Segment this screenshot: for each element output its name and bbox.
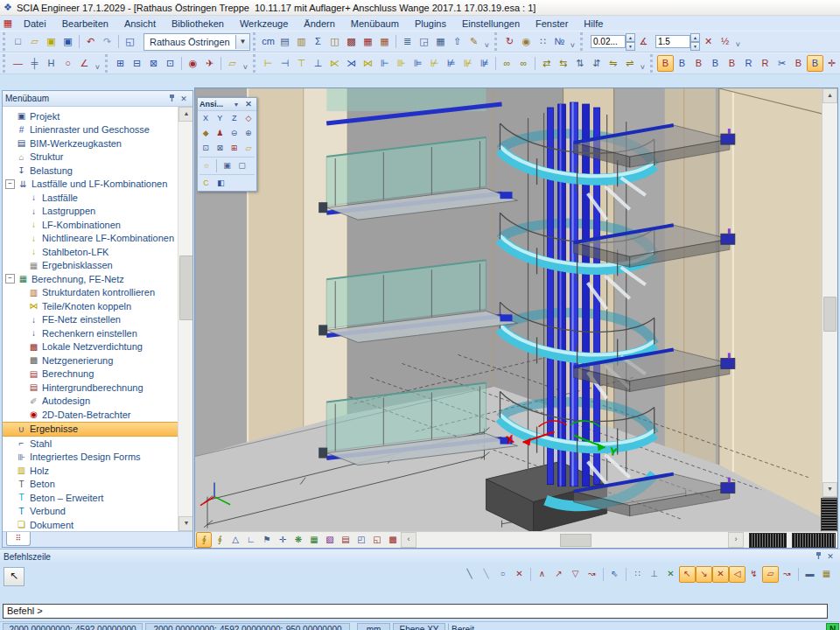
print-preview-icon[interactable]: ◲ — [416, 33, 432, 50]
snap-curve-icon[interactable]: ↝ — [779, 566, 795, 583]
grid-lines-icon[interactable]: ╪ — [26, 55, 43, 72]
view-red-icon[interactable]: ◉ — [185, 55, 201, 72]
3d-scene[interactable]: X Y — [195, 88, 822, 533]
move-node-icon[interactable]: ⊢ — [260, 55, 276, 72]
chevron-down-icon[interactable]: ▼ — [235, 35, 249, 49]
view-manager-icon[interactable]: ▱ — [242, 141, 256, 156]
minimized-window-vertical[interactable] — [821, 498, 837, 534]
new-document-icon[interactable]: □ — [10, 33, 26, 50]
menu-ändern[interactable]: Ändern — [296, 18, 342, 30]
scroll-down-icon[interactable]: ▼ — [178, 516, 192, 531]
scale-factor-field[interactable]: ▲▼ — [655, 34, 700, 49]
view-z-icon[interactable]: Z — [228, 111, 242, 126]
chevron-down-icon[interactable]: ▼ — [230, 102, 242, 108]
tree-item-holz[interactable]: ▥Holz — [3, 464, 178, 478]
tree-item-teile-knoten-koppeln[interactable]: ⋈Teile/Knoten koppeln — [3, 299, 178, 313]
profile-icon[interactable]: H — [43, 55, 60, 72]
materials-icon[interactable]: ◫ — [326, 33, 343, 50]
tree-item-projekt[interactable]: ▣Projekt — [3, 109, 178, 123]
undo-calc-icon[interactable]: R — [757, 55, 774, 72]
section-icon[interactable]: Σ — [310, 33, 326, 50]
project-selector[interactable]: Rathaus Östringen ▼ — [144, 33, 250, 51]
results-sections-icon[interactable]: B — [690, 55, 707, 72]
menu-bibliotheken[interactable]: Bibliotheken — [164, 18, 232, 30]
fly-mode-icon[interactable]: ✈ — [201, 55, 218, 72]
minimized-window-2[interactable] — [792, 533, 836, 548]
mesh-round-icon[interactable]: ▩ — [343, 33, 360, 50]
view-y-icon[interactable]: Y — [213, 111, 227, 126]
command-input[interactable]: Befehl > — [3, 604, 828, 619]
attach-icon[interactable]: ⇄ — [538, 55, 555, 72]
menu-ansicht[interactable]: Ansicht — [116, 18, 164, 30]
camera-icon[interactable]: ▢ — [234, 158, 249, 173]
tree-item-berechnung[interactable]: ▤Berechnung — [3, 368, 178, 382]
light-icon[interactable]: ☼ — [199, 158, 214, 173]
toolbar-overflow-icon[interactable]: ˅ — [93, 63, 102, 73]
tree-item-beton-erweitert[interactable]: TBeton – Erweitert — [3, 491, 178, 505]
copy-attr-icon[interactable]: ⇅ — [571, 55, 588, 72]
view-x-icon[interactable]: X — [199, 111, 213, 126]
binoculars-zoom-icon[interactable]: ∞ — [515, 55, 532, 72]
mesh-view-icon[interactable]: ▦ — [306, 532, 322, 548]
calculator-icon[interactable]: ▦ — [432, 33, 449, 50]
tree-item-stahlbeton-lfk[interactable]: ↓Stahlbeton-LFK — [3, 245, 178, 259]
spin-down-icon[interactable]: ▼ — [690, 42, 700, 51]
tree-item-hintergrundberechnung[interactable]: ▤Hintergrundberechnung — [3, 381, 178, 395]
tree-item-beton[interactable]: TBeton — [3, 478, 178, 492]
tree-item-bim-werkzeugkasten[interactable]: ▤BIM-Werkzeugkasten — [3, 136, 178, 150]
import-folder-icon[interactable]: ▱ — [224, 55, 241, 72]
snap-midpoint-icon[interactable]: ↘ — [696, 566, 712, 583]
snap-endpoint-icon[interactable]: ↖ — [679, 566, 696, 583]
join-icon[interactable]: ⊩ — [376, 55, 393, 72]
spin-down-icon[interactable]: ▼ — [626, 42, 635, 51]
scroll-up-icon[interactable]: ▲ — [822, 88, 837, 103]
align-icon[interactable]: ⊮ — [459, 55, 476, 72]
mirror-icon[interactable]: ⊪ — [393, 55, 410, 72]
menu-menübaum[interactable]: Menübaum — [343, 18, 407, 30]
viewport-hscrollbar[interactable]: ‹ › — [401, 532, 744, 548]
tree-scrollbar[interactable]: ▲ ▼ — [178, 107, 192, 531]
results-on-surfaces-icon[interactable]: B — [674, 55, 690, 72]
copy-props-icon[interactable]: ⊟ — [129, 55, 145, 72]
snap-orthogonal-icon[interactable]: ◁ — [729, 566, 746, 583]
zoom-pick-icon[interactable]: ◉ — [518, 33, 535, 50]
scroll-left-icon[interactable]: ‹ — [401, 532, 416, 548]
minimized-window-1[interactable] — [749, 533, 787, 548]
project-window-icon[interactable]: ◱ — [122, 33, 138, 50]
tree-item-integriertes-design-forms[interactable]: ⊪Integriertes Design Forms — [3, 451, 178, 465]
tree-item-dokument[interactable]: ❏Dokument — [3, 518, 178, 531]
menu-datei[interactable]: Datei — [16, 18, 54, 30]
snap-cross-icon[interactable]: ✕ — [662, 566, 679, 583]
units-field[interactable]: mm — [357, 623, 390, 630]
tree-scroll-thumb[interactable] — [179, 256, 192, 320]
input-table-icon[interactable]: ▦ — [376, 33, 393, 50]
tree-item-lastgruppen[interactable]: ↓Lastgruppen — [3, 205, 178, 219]
snap-arc-icon[interactable]: ↯ — [746, 566, 762, 583]
angle-snap-icon[interactable]: ∡ — [635, 33, 652, 50]
link-icon[interactable]: ⇌ — [621, 55, 638, 72]
layers-icon[interactable]: ▤ — [276, 33, 293, 50]
draw-line-icon[interactable]: — — [10, 55, 26, 72]
toolbar-overflow-icon[interactable]: ˅ — [733, 40, 743, 50]
angle-draw-icon[interactable]: ∠ — [76, 55, 93, 72]
hscroll-track[interactable] — [416, 533, 728, 547]
tree-item-netzgenerierung[interactable]: ▩Netzgenerierung — [3, 354, 178, 368]
document-system-icon[interactable]: ▦ — [0, 18, 16, 29]
cursor-snap-icon[interactable]: ⇖ — [606, 566, 623, 583]
view-persp-icon[interactable]: ◆ — [199, 126, 213, 141]
results-combo-icon[interactable]: B — [790, 55, 807, 72]
tree-item-strukturdaten-kontrollieren[interactable]: ▥Strukturdaten kontrollieren — [3, 286, 178, 300]
view-axo-icon[interactable]: ◇ — [242, 111, 256, 126]
snap-distance-field[interactable]: ▲▼ — [591, 34, 635, 49]
volume-clip-icon[interactable]: ◧ — [214, 176, 228, 191]
tree-item-autodesign[interactable]: ✐Autodesign — [3, 395, 178, 409]
tree-item-struktur[interactable]: ⌂Struktur — [3, 150, 178, 164]
zoom-in-icon[interactable]: ⊕ — [242, 126, 256, 141]
copy-multi-icon[interactable]: ⊡ — [162, 55, 178, 72]
scale-factor-input[interactable] — [655, 35, 690, 48]
rotate-entity-icon[interactable]: ↻ — [501, 33, 518, 50]
snap-node-icon[interactable]: ∧ — [534, 566, 550, 583]
center-view-icon[interactable]: ✛ — [823, 55, 840, 72]
extend-icon[interactable]: ⋊ — [343, 55, 360, 72]
clip-box-icon[interactable]: C — [199, 176, 214, 191]
